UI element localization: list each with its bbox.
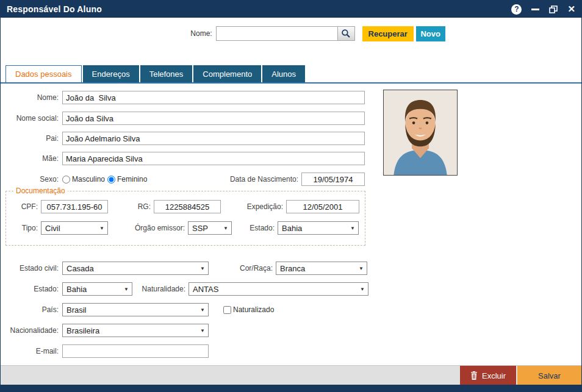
footer-bar: Excluir Salvar bbox=[1, 365, 581, 385]
chevron-down-icon: ▼ bbox=[200, 266, 205, 271]
nacionalidade-label: Nacionalidade: bbox=[1, 326, 59, 335]
search-input[interactable] bbox=[216, 26, 338, 41]
tab-alunos[interactable]: Alunos bbox=[262, 65, 305, 82]
mae-label: Mãe: bbox=[1, 154, 59, 163]
nome-social-row: Nome social: bbox=[1, 112, 365, 125]
nome-input[interactable] bbox=[62, 91, 365, 104]
cpf-input[interactable] bbox=[41, 200, 108, 213]
estado-civil-row: Estado civil: Casada ▼ Cor/Raça: Branca … bbox=[1, 262, 367, 275]
estado-civil-label: Estado civil: bbox=[1, 264, 59, 273]
documentacao-row-2: Tipo: Civil ▼ Órgão emissor: SSP ▼ Estad… bbox=[11, 221, 360, 235]
novo-button[interactable]: Novo bbox=[416, 26, 445, 41]
cor-raca-value: Branca bbox=[280, 264, 305, 273]
pais-select[interactable]: Brasil ▼ bbox=[62, 303, 209, 316]
chevron-down-icon: ▼ bbox=[200, 328, 205, 333]
email-label: E-mail: bbox=[1, 347, 59, 355]
orgao-emissor-label: Órgão emissor: bbox=[113, 224, 185, 232]
estado-row: Estado: Bahia ▼ Naturalidade: ANTAS ▼ bbox=[1, 282, 368, 296]
email-input[interactable] bbox=[62, 344, 209, 358]
window-title: Responsável Do Aluno bbox=[7, 4, 102, 14]
cor-raca-select[interactable]: Branca ▼ bbox=[276, 262, 367, 275]
naturalizado-label: Naturalizado bbox=[233, 305, 274, 314]
chevron-down-icon: ▼ bbox=[360, 287, 365, 292]
tipo-select[interactable]: Civil ▼ bbox=[41, 221, 108, 235]
search-row: Nome: Recuperar Novo bbox=[27, 25, 582, 42]
guardian-window: Responsável Do Aluno ? ✕ Nome: Recuperar… bbox=[0, 0, 582, 392]
doc-estado-value: Bahia bbox=[282, 224, 302, 233]
dados-pessoais-panel: Nome: Nome social: Pai: Mãe: Sexo: Mascu… bbox=[1, 85, 581, 365]
title-bar: Responsável Do Aluno ? ✕ bbox=[1, 1, 581, 18]
pai-row: Pai: bbox=[1, 132, 365, 145]
nome-label: Nome: bbox=[1, 93, 59, 102]
portrait-image bbox=[384, 90, 457, 175]
tab-telefones[interactable]: Telefones bbox=[140, 65, 193, 82]
orgao-emissor-value: SSP bbox=[192, 224, 208, 233]
naturalidade-value: ANTAS bbox=[193, 285, 218, 294]
maximize-button[interactable] bbox=[549, 5, 558, 13]
rg-input[interactable] bbox=[154, 200, 221, 213]
chevron-down-icon: ▼ bbox=[350, 226, 355, 231]
sexo-row: Sexo: Masculino Feminino Data de Nascime… bbox=[1, 173, 365, 186]
expedicao-label: Expedição: bbox=[227, 202, 283, 211]
nacionalidade-row: Nacionalidade: Brasileira ▼ bbox=[1, 324, 209, 337]
mae-input[interactable] bbox=[62, 152, 365, 165]
tab-enderecos[interactable]: Endereços bbox=[83, 65, 139, 82]
sexo-masculino-option[interactable]: Masculino bbox=[62, 175, 105, 184]
data-nascimento-input[interactable] bbox=[301, 173, 365, 186]
expedicao-input[interactable] bbox=[286, 200, 359, 213]
search-nome-label: Nome: bbox=[190, 29, 212, 38]
tab-dados-pessoais[interactable]: Dados pessoais bbox=[5, 65, 82, 82]
doc-estado-select[interactable]: Bahia ▼ bbox=[278, 221, 359, 235]
tab-complemento[interactable]: Complemento bbox=[193, 65, 261, 82]
naturalizado-option[interactable]: Naturalizado bbox=[223, 305, 274, 314]
sexo-feminino-option[interactable]: Feminino bbox=[107, 175, 147, 184]
naturalidade-select[interactable]: ANTAS ▼ bbox=[189, 282, 368, 296]
help-icon[interactable]: ? bbox=[511, 4, 522, 15]
pais-row: País: Brasil ▼ Naturalizado bbox=[1, 303, 274, 316]
chevron-down-icon: ▼ bbox=[223, 226, 228, 231]
nome-social-input[interactable] bbox=[62, 112, 365, 125]
nacionalidade-select[interactable]: Brasileira ▼ bbox=[62, 324, 209, 337]
documentacao-fieldset: Documentação CPF: RG: Expedição: Tipo: C… bbox=[5, 187, 365, 246]
data-nascimento-label: Data de Nascimento: bbox=[230, 175, 298, 184]
tipo-value: Civil bbox=[45, 224, 60, 233]
recuperar-button[interactable]: Recuperar bbox=[362, 26, 414, 41]
pais-value: Brasil bbox=[66, 305, 87, 315]
cpf-label: CPF: bbox=[11, 202, 38, 211]
excluir-button[interactable]: Excluir bbox=[460, 366, 516, 385]
sexo-masculino-radio[interactable] bbox=[62, 176, 70, 184]
estado-civil-value: Casada bbox=[66, 264, 94, 273]
excluir-label: Excluir bbox=[482, 371, 506, 380]
chevron-down-icon: ▼ bbox=[124, 287, 129, 292]
nome-social-label: Nome social: bbox=[1, 114, 59, 123]
naturalizado-checkbox[interactable] bbox=[223, 306, 231, 314]
pais-label: País: bbox=[1, 305, 59, 314]
estado-value: Bahia bbox=[66, 285, 87, 294]
chevron-down-icon: ▼ bbox=[200, 307, 205, 313]
chevron-down-icon: ▼ bbox=[99, 226, 104, 231]
titlebar-controls: ? ✕ bbox=[511, 4, 575, 15]
minimize-icon bbox=[531, 9, 539, 10]
rg-label: RG: bbox=[113, 202, 151, 211]
guardian-photo bbox=[383, 90, 458, 176]
search-lookup-button[interactable] bbox=[338, 26, 355, 41]
maximize-icon bbox=[549, 5, 558, 13]
tab-bar: Dados pessoais Endereços Telefones Compl… bbox=[1, 65, 581, 84]
estado-select[interactable]: Bahia ▼ bbox=[62, 282, 132, 296]
sexo-masculino-label: Masculino bbox=[72, 175, 105, 184]
nacionalidade-value: Brasileira bbox=[66, 326, 99, 335]
sexo-feminino-radio[interactable] bbox=[107, 176, 115, 184]
documentacao-legend: Documentação bbox=[13, 187, 68, 195]
minimize-button[interactable] bbox=[531, 9, 539, 10]
chevron-down-icon: ▼ bbox=[359, 266, 364, 271]
pai-input[interactable] bbox=[62, 132, 365, 145]
orgao-emissor-select[interactable]: SSP ▼ bbox=[188, 221, 232, 235]
search-icon bbox=[341, 29, 351, 38]
sexo-label: Sexo: bbox=[1, 175, 59, 184]
estado-label: Estado: bbox=[1, 285, 59, 293]
estado-civil-select[interactable]: Casada ▼ bbox=[62, 262, 209, 275]
cor-raca-label: Cor/Raça: bbox=[212, 264, 273, 273]
salvar-button[interactable]: Salvar bbox=[517, 366, 581, 385]
close-button[interactable]: ✕ bbox=[567, 4, 575, 15]
pai-label: Pai: bbox=[1, 134, 59, 143]
